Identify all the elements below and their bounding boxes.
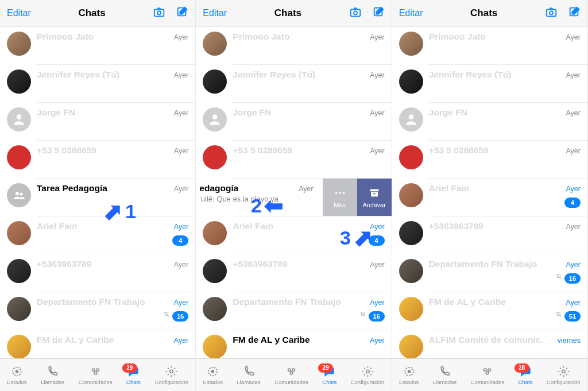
list-item[interactable]: Ariel FainAyer4 — [196, 216, 391, 254]
tab-estados[interactable]: Estados — [399, 365, 419, 385]
chat-time: Ayer — [370, 33, 384, 41]
list-item[interactable]: Jorge FNAyer — [392, 103, 587, 141]
chat-name: +5363963789 — [233, 259, 287, 269]
chat-name: Primooo Jato — [233, 32, 289, 42]
chat-name: edagogía — [199, 183, 238, 193]
tab-config[interactable]: Configuración — [547, 365, 581, 385]
muted-icon — [555, 310, 562, 320]
list-item[interactable]: FM de AL y CaribeAyer51 — [392, 292, 587, 330]
camera-icon[interactable] — [349, 6, 362, 21]
avatar — [203, 69, 227, 94]
tab-estados[interactable]: Estados — [203, 365, 223, 385]
unread-badge: 4 — [564, 198, 581, 208]
swipe-archive-label: Archivar — [362, 202, 385, 208]
tab-comunidades[interactable]: Comunidades — [274, 365, 308, 385]
group-avatar-icon — [7, 183, 31, 207]
list-item[interactable]: +5363963789Ayer — [196, 254, 391, 292]
edit-button[interactable]: Editar — [7, 8, 31, 18]
avatar — [399, 259, 423, 283]
chat-name: Departamento FN Trabajo — [233, 297, 341, 307]
chat-name: Primooo Jato — [37, 32, 94, 42]
tab-chats[interactable]: 29Chats — [126, 365, 141, 385]
list-item[interactable]: +53 5 0288659Ayer — [0, 141, 195, 179]
edit-button[interactable]: Editar — [203, 8, 227, 18]
list-item[interactable]: +53 5 0288659Ayer — [392, 141, 587, 179]
tab-llamadas[interactable]: Llamadas — [41, 365, 64, 385]
svg-point-11 — [170, 370, 173, 373]
tab-comunidades[interactable]: Comunidades — [79, 365, 113, 385]
list-item[interactable]: Jorge FNAyer — [0, 103, 195, 141]
list-item[interactable]: FM de AL y CaribeAyer — [0, 330, 195, 355]
chat-name: +53 5 0288659 — [429, 145, 489, 156]
list-item[interactable]: Ariel Fain Ayer4 — [0, 216, 195, 254]
edit-button[interactable]: Editar — [399, 8, 423, 18]
chat-time: Ayer — [174, 261, 188, 269]
svg-point-3 — [17, 114, 22, 119]
unread-badge: 16 — [172, 311, 188, 322]
list-item[interactable]: Jennifer Reyes (Tú)Ayer — [392, 65, 587, 103]
swipe-more-label: Más — [334, 202, 346, 208]
list-item[interactable]: Jennifer Reyes (Tú)Ayer — [0, 65, 195, 103]
chat-time: Ayer — [370, 336, 384, 344]
top-bar: Editar Chats — [0, 0, 195, 27]
chat-name: Departamento FN Trabajo — [37, 297, 145, 307]
screen-title: Chats — [78, 7, 105, 19]
svg-point-18 — [342, 192, 345, 194]
camera-icon[interactable] — [153, 6, 165, 21]
svg-point-4 — [16, 192, 19, 195]
svg-rect-0 — [154, 9, 164, 16]
pane-3: Editar Chats Primooo JatoAyer Jennifer R… — [392, 0, 588, 391]
list-item[interactable]: +5363963789Ayer — [392, 216, 587, 254]
tab-llamadas[interactable]: Llamadas — [237, 365, 260, 385]
list-item[interactable]: FM de AL y CaribeAyer — [196, 330, 391, 355]
list-item[interactable]: Departamento FN TrabajoAyer16 — [392, 254, 587, 292]
chat-time: Ayer — [299, 185, 313, 193]
list-item-tarea[interactable]: Tarea PedagogíaAyer — [0, 179, 195, 216]
camera-icon[interactable] — [545, 6, 558, 21]
list-item[interactable]: +5363963789Ayer — [0, 254, 195, 292]
svg-point-24 — [288, 368, 291, 371]
chat-name: +5363963789 — [37, 259, 91, 269]
tab-chats[interactable]: 29Chats — [322, 365, 336, 385]
tab-config[interactable]: Configuración — [351, 365, 385, 385]
list-item-swiped[interactable]: edagogíaAyer 'ullé: Que es la playo ya M… — [196, 179, 391, 216]
top-bar: Editar Chats — [196, 0, 391, 27]
chat-name: FM de AL y Caribe — [37, 335, 114, 345]
svg-point-13 — [354, 11, 357, 14]
chat-name: Jorge FN — [37, 107, 75, 118]
swipe-archive-button[interactable]: Archivar — [357, 179, 392, 216]
muted-icon — [359, 310, 366, 320]
list-item[interactable]: Jorge FNAyer — [196, 103, 391, 141]
list-item[interactable]: Primooo JatoAyer — [196, 27, 391, 65]
chat-list: Primooo JatoAyer Jennifer Reyes (Tú)Ayer… — [0, 27, 195, 358]
tab-bar: Estados Llamadas Comunidades 29Chats Con… — [196, 358, 391, 391]
compose-icon[interactable] — [372, 6, 385, 21]
list-item[interactable]: ALFIM Comité de comunic.viernes — [392, 330, 587, 355]
list-item[interactable]: Primooo JatoAyer — [0, 27, 195, 65]
svg-point-36 — [486, 371, 489, 374]
tab-comunidades[interactable]: Comunidades — [471, 365, 505, 385]
list-item[interactable]: Primooo JatoAyer — [392, 27, 587, 65]
avatar — [7, 69, 31, 94]
chat-name: +5363963789 — [429, 221, 483, 231]
list-item[interactable]: Departamento FN TrabajoAyer16 — [196, 292, 391, 330]
tab-llamadas[interactable]: Llamadas — [433, 365, 457, 385]
list-item[interactable]: Jennifer Reyes (Tú)Ayer — [196, 65, 391, 103]
compose-icon[interactable] — [176, 6, 188, 21]
tab-badge: 29 — [318, 363, 333, 373]
tab-bar: Estados Llamadas Comunidades 29Chats Con… — [0, 358, 195, 391]
list-item[interactable]: +53 5 0288659Ayer — [196, 141, 391, 179]
chat-name: Jorge FN — [233, 107, 271, 118]
svg-point-29 — [550, 11, 553, 14]
compose-icon[interactable] — [568, 6, 581, 21]
list-item[interactable]: Departamento FN Trabajo Ayer 16 — [0, 292, 195, 330]
swipe-more-button[interactable]: Más — [323, 179, 357, 216]
chat-time: Ayer — [566, 185, 581, 193]
avatar — [399, 69, 423, 94]
tab-chats[interactable]: 28Chats — [519, 365, 533, 385]
tab-config[interactable]: Configuración — [154, 365, 188, 385]
chat-time: Ayer — [566, 299, 581, 307]
list-item[interactable]: Ariel FainAyer4 — [392, 179, 587, 216]
tab-estados[interactable]: Estados — [7, 365, 26, 385]
svg-rect-19 — [370, 189, 378, 192]
